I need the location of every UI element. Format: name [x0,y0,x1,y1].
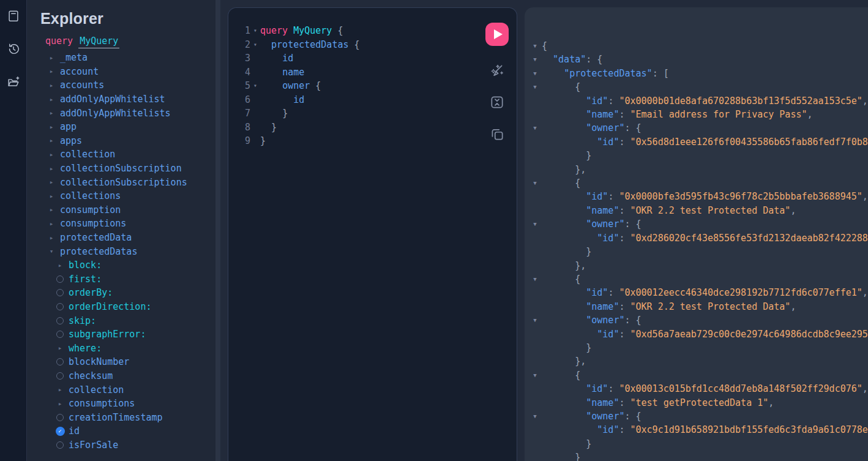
expand-icon[interactable]: ▸ [55,343,65,353]
explorer-item-checksum[interactable]: checksum [40,369,215,383]
expand-icon[interactable]: ▸ [47,136,56,146]
expand-icon[interactable]: ▸ [47,233,56,242]
explorer-item-first[interactable]: first: [40,272,215,287]
explorer-item-protectedData[interactable]: ▸protectedData [40,231,215,245]
history-button[interactable] [6,41,21,57]
editor-line[interactable]: 7 } [232,107,473,121]
merge-button[interactable] [487,92,507,114]
editor-line[interactable]: 1▾query MyQuery { [232,24,473,38]
json-fold-icon[interactable]: ▼ [528,410,542,423]
explorer-item-isForSale[interactable]: isForSale [40,438,215,452]
expand-icon[interactable]: ▸ [47,219,56,228]
json-fold-icon[interactable]: ▼ [528,67,542,80]
expand-icon[interactable]: ▸ [47,205,56,215]
expand-icon[interactable]: ▸ [47,178,56,187]
resize-handle[interactable] [215,0,220,461]
json-fold-icon[interactable]: ▼ [528,217,542,231]
explorer-item-skip[interactable]: skip: [40,313,215,328]
copy-button[interactable] [487,124,507,146]
json-fold-icon[interactable]: ▼ [528,121,542,135]
expand-icon[interactable]: ▸ [47,163,56,173]
expand-icon[interactable]: ▸ [47,108,56,118]
fold-icon[interactable]: ▾ [250,79,260,93]
explorer-item-account[interactable]: ▸account [40,65,215,79]
explorer-item-orderBy[interactable]: orderBy: [40,286,215,300]
explorer-item-accounts[interactable]: ▸accounts [40,78,215,92]
checkbox-icon[interactable] [55,329,65,339]
expand-icon[interactable]: ▸ [55,385,65,395]
explorer-item-subgraphError[interactable]: subgraphError: [40,328,215,342]
explorer-item-creationTimestamp[interactable]: creationTimestamp [40,410,215,424]
json-fold-spacer [528,354,542,368]
explorer-item-consumption[interactable]: ▸consumption [40,203,215,217]
editor-line[interactable]: 3 id [232,51,473,66]
line-number: 3 [232,51,250,66]
json-fold-icon[interactable]: ▼ [528,176,542,190]
json-fold-icon[interactable]: ▼ [528,39,542,53]
explorer-item-collection[interactable]: ▸collection [40,383,215,397]
response-line-text: "name": "OKR 2.2 test Protected Data", [542,204,796,217]
explorer-item-collection[interactable]: ▸collection [40,148,215,162]
explorer-item-consumptions[interactable]: ▸consumptions [40,217,215,231]
explorer-item-protectedDatas[interactable]: ▾protectedDatas [40,244,215,258]
json-fold-icon[interactable]: ▼ [528,53,542,66]
execute-button[interactable] [485,23,509,46]
json-fold-spacer [528,286,542,299]
json-fold-icon[interactable]: ▼ [528,80,542,94]
json-fold-spacer [528,135,542,149]
prettify-button[interactable] [487,61,507,82]
editor-line[interactable]: 5▾ owner { [232,79,473,93]
explorer-item-collectionSubscriptions[interactable]: ▸collectionSubscriptions [40,175,215,189]
explorer-item-collectionSubscription[interactable]: ▸collectionSubscription [40,162,215,176]
expand-icon[interactable]: ▸ [55,260,65,270]
explorer-item-blockNumber[interactable]: blockNumber [40,355,215,369]
explorer-item-collections[interactable]: ▸collections [40,189,215,203]
json-fold-icon[interactable]: ▼ [528,272,542,286]
open-collection-button[interactable] [6,74,21,90]
response-line: "id": "0xc9c1d91b658921bdbf155fed6c3fda9… [528,423,868,437]
explorer-item-_meta[interactable]: ▸_meta [40,51,215,65]
docs-button[interactable] [6,8,21,24]
editor-line[interactable]: 6 id [232,93,473,107]
expand-icon[interactable]: ▸ [47,122,56,132]
checkbox-icon[interactable] [55,413,65,422]
checkbox-icon[interactable] [55,357,65,367]
response-line-text: "id": "0x56d8d1eee126f6f00435586b65fab86… [542,135,868,149]
collapse-icon[interactable]: ▾ [47,247,56,257]
operation-name-input[interactable]: MyQuery [78,36,119,48]
editor-line[interactable]: 4 name [232,66,473,80]
json-fold-icon[interactable]: ▼ [528,369,542,382]
checkbox-icon[interactable] [55,371,65,381]
expand-icon[interactable]: ▸ [47,191,56,201]
editor-line[interactable]: 8 } [232,121,473,135]
explorer-item-orderDirection[interactable]: orderDirection: [40,300,215,314]
checkbox-icon[interactable] [55,302,65,312]
explorer-item-addOnlyAppWhitelists[interactable]: ▸addOnlyAppWhitelists [40,106,215,120]
expand-icon[interactable]: ▸ [47,80,56,90]
json-fold-icon[interactable]: ▼ [528,313,542,327]
fold-icon[interactable]: ▾ [250,38,260,52]
checkbox-icon[interactable] [55,440,65,450]
explorer-item-where[interactable]: ▸where: [40,341,215,355]
explorer-item-consumptions[interactable]: ▸consumptions [40,397,215,411]
fold-icon[interactable]: ▾ [250,24,260,38]
expand-icon[interactable]: ▸ [55,399,65,408]
explorer-item-app[interactable]: ▸app [40,120,215,134]
expand-icon[interactable]: ▸ [47,149,56,159]
editor-line[interactable]: 9} [232,134,473,148]
checkbox-checked-icon[interactable]: ✓ [55,426,65,436]
explorer-item-addOnlyAppWhitelist[interactable]: ▸addOnlyAppWhitelist [40,92,215,107]
checkbox-icon[interactable] [55,274,65,284]
response-line: } [528,437,868,451]
expand-icon[interactable]: ▸ [47,94,56,104]
query-editor-code[interactable]: 1▾query MyQuery {2▾ protectedDatas {3 id… [232,24,473,459]
explorer-item-apps[interactable]: ▸apps [40,134,215,148]
explorer-item-block[interactable]: ▸block: [40,258,215,272]
checkbox-icon[interactable] [55,316,65,326]
editor-line[interactable]: 2▾ protectedDatas { [232,38,473,52]
json-fold-spacer [528,451,542,461]
expand-icon[interactable]: ▸ [47,67,56,77]
expand-icon[interactable]: ▸ [47,53,56,62]
explorer-item-id[interactable]: ✓id [40,424,215,438]
checkbox-icon[interactable] [55,288,65,298]
